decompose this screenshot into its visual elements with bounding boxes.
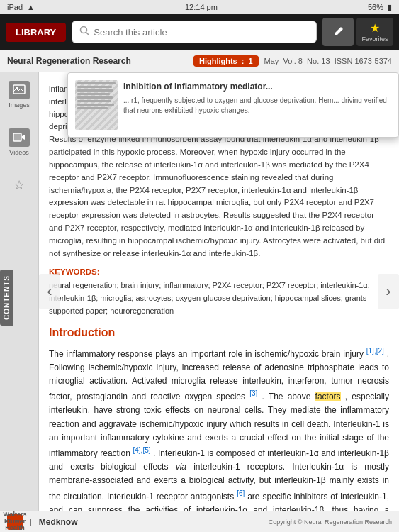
pencil-button[interactable] xyxy=(322,18,354,46)
bottom-bar: Wolters Kluwer Health | Medknow Copyrigh… xyxy=(0,511,399,532)
status-right: 56% ▮ xyxy=(368,3,392,12)
popup-thumbnail xyxy=(75,80,118,130)
journal-bar: Neural Regeneration Research Highlights … xyxy=(0,50,399,72)
highlights-count: 1 xyxy=(248,57,252,65)
nav-arrow-left[interactable]: ‹ xyxy=(39,274,60,309)
cite-3[interactable]: [4],[5] xyxy=(133,446,151,454)
sidebar-images-button[interactable]: Images xyxy=(6,78,33,111)
images-label: Images xyxy=(9,101,30,109)
highlights-badge[interactable]: Highlights : 1 xyxy=(193,55,259,67)
svg-rect-4 xyxy=(13,133,21,141)
search-input[interactable] xyxy=(94,27,309,38)
keywords-text: neural regeneration; brain injury; infla… xyxy=(49,281,370,315)
favorites-label: Favorites xyxy=(361,35,388,43)
library-button[interactable]: LIBRARY xyxy=(6,23,66,42)
intro-paragraph-1: The inflammatory response plays an impor… xyxy=(49,345,389,511)
wk-logo: Wolters Kluwer Health xyxy=(7,514,23,530)
status-time: 12:14 pm xyxy=(185,3,218,11)
status-bar: iPad ▲ 12:14 pm 56% ▮ xyxy=(0,0,399,14)
popup-title: Inhibition of inflammatory mediator... xyxy=(123,80,391,93)
top-bar: LIBRARY ★ Favorites xyxy=(0,14,399,50)
wk-line2: Health xyxy=(4,525,27,532)
videos-icon xyxy=(9,128,30,147)
popup-card[interactable]: Inhibition of inflammatory mediator... .… xyxy=(67,72,399,138)
nav-arrow-right[interactable]: › xyxy=(378,274,399,309)
star-icon: ★ xyxy=(370,21,380,35)
copyright-text: Copyright © Neural Regeneration Research xyxy=(269,519,392,526)
search-icon xyxy=(79,26,89,38)
status-left: iPad ▲ xyxy=(7,3,35,11)
intro-highlight: factors xyxy=(315,392,341,401)
journal-meta: May Vol. 8 No. 13 ISSN 1673-5374 xyxy=(264,57,392,65)
cite-1[interactable]: [1],[2] xyxy=(366,347,384,355)
keywords-section: KEYWORDS: neural regeneration; brain inj… xyxy=(49,265,389,316)
journal-title: Neural Regeneration Research xyxy=(7,56,188,66)
sidebar-videos-button[interactable]: Videos xyxy=(6,126,33,159)
article-body: inflammatory reaction following ischemia… xyxy=(49,79,389,511)
contents-wrapper: CONTENTS xyxy=(0,270,13,326)
thumbnail-image xyxy=(75,80,118,130)
intro-via: via xyxy=(176,462,186,472)
cite-2[interactable]: [3] xyxy=(249,389,257,397)
thumb-lines xyxy=(77,82,116,111)
search-bar-container xyxy=(72,21,317,43)
popup-body: ... r1, frequently subjected to oxygen a… xyxy=(123,96,391,116)
top-bar-actions: ★ Favorites xyxy=(322,18,393,46)
device-label: iPad xyxy=(7,3,23,11)
intro-text-1c: . The above xyxy=(262,392,311,401)
battery-label: 56% xyxy=(368,3,383,11)
highlights-label: Highlights xyxy=(199,57,237,65)
intro-text-1: The inflammatory response plays an impor… xyxy=(49,349,364,359)
battery-icon: ▮ xyxy=(388,3,392,12)
svg-line-1 xyxy=(86,33,89,35)
medknow-label: Medknow xyxy=(39,517,78,527)
bookmark-icon: ☆ xyxy=(9,176,30,194)
bottom-logo: Wolters Kluwer Health | Medknow xyxy=(7,514,78,530)
intro-title: Introduction xyxy=(49,324,389,341)
sidebar-star-button[interactable]: ☆ xyxy=(6,173,33,197)
videos-label: Videos xyxy=(9,149,28,156)
wifi-icon: ▲ xyxy=(27,3,35,11)
contents-tab[interactable]: CONTENTS xyxy=(0,270,13,326)
cite-4[interactable]: [6] xyxy=(237,489,245,497)
left-sidebar: Images Videos ☆ CONTENTS xyxy=(0,72,39,511)
main-area: Images Videos ☆ CONTENTS xyxy=(0,72,399,511)
article-content[interactable]: Inhibition of inflammatory mediator... .… xyxy=(39,72,399,511)
favorites-button[interactable]: ★ Favorites xyxy=(356,18,393,46)
popup-text-area: Inhibition of inflammatory mediator... .… xyxy=(123,80,391,130)
images-icon xyxy=(9,81,30,99)
wk-line1: Wolters Kluwer xyxy=(4,511,27,526)
